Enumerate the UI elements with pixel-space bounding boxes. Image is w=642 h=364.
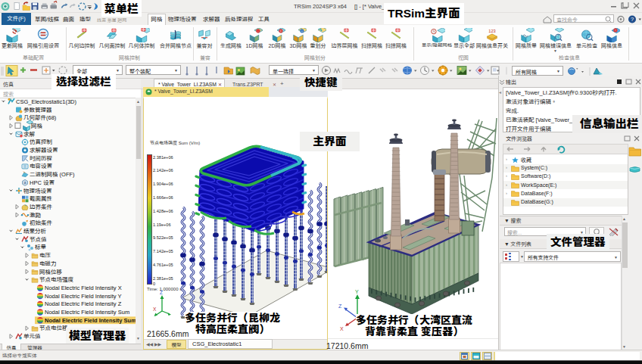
svg-text:求解器设置: 求解器设置 [30,147,58,154]
svg-text:标量: 标量 [35,244,46,250]
svg-text:几何部件(68): 几何部件(68) [23,114,57,121]
svg-text:电容设置: 电容设置 [30,163,52,170]
svg-text:Y: Y [355,289,359,294]
svg-text:参数管理器: 参数管理器 [23,107,52,114]
svg-text:网格: 网格 [31,123,42,129]
svg-text:电压: 电压 [39,252,51,259]
svg-text:Z: Z [338,303,342,309]
svg-text:网格位移: 网格位移 [39,269,62,275]
svg-text:结果分析: 结果分析 [23,228,46,235]
svg-text:初始条件: 初始条件 [30,219,52,226]
svg-text:节点电场强度: 节点电场强度 [39,276,73,283]
svg-text:A: A [24,181,26,185]
svg-text:?: ? [631,16,634,23]
svg-text:求解: 求解 [23,131,35,138]
svg-text:x: x [280,30,282,33]
svg-text:二进制网格 (OFF): 二进制网格 (OFF) [30,171,75,178]
svg-text:电磁力: 电磁力 [39,260,57,267]
svg-text:123: 123 [488,29,496,33]
svg-text:X: X [340,326,344,331]
svg-text:节点电位移: 节点电位移 [39,325,68,331]
svg-text:边界条件: 边界条件 [30,204,52,210]
svg-text:激励: 激励 [30,212,41,219]
svg-text:+: + [301,30,303,33]
svg-text:单元值: 单元值 [23,333,41,340]
svg-text:仿真控制: 仿真控制 [30,138,52,145]
svg-text:物理场设置: 物理场设置 [23,188,52,194]
svg-text:时间历程: 时间历程 [30,155,52,162]
svg-text:截面属性: 截面属性 [30,195,52,202]
svg-text:节点值: 节点值 [30,236,47,243]
svg-text:Nodal Electric Field Intensity: Nodal Electric Field Intensity Sum [45,309,129,316]
svg-text:Nodal Electric Field Intensity: Nodal Electric Field Intensity Y [45,293,122,300]
svg-text:Nodal Electric Field Intensity: Nodal Electric Field Intensity X [45,285,122,291]
svg-text:HPC 设置: HPC 设置 [30,179,55,186]
svg-text:Nodal Electric Field Intensity: Nodal Electric Field Intensity Z [45,300,122,307]
svg-text:Nodal Electric Field Intensity: Nodal Electric Field Intensity Sum (Cust [45,317,136,324]
svg-text:CSG_Electrostatic1(3D): CSG_Electrostatic1(3D) [16,98,77,105]
